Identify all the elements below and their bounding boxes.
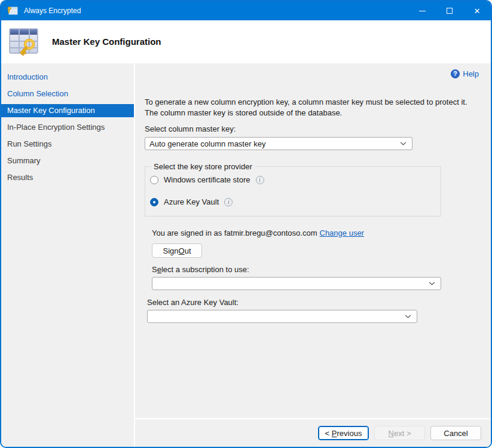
table-key-icon <box>7 25 39 57</box>
window-title: Always Encrypted <box>24 7 408 15</box>
sidebar-item-master-key-configuration[interactable]: Master Key Configuration <box>1 104 134 117</box>
master-key-label: Select column master key: <box>145 124 479 133</box>
windows-certificate-store-option[interactable]: Windows certificate store i <box>150 175 433 184</box>
sidebar-item-in-place-encryption-settings[interactable]: In-Place Encryption Settings <box>1 121 134 134</box>
key-store-provider-legend: Select the key store provider <box>151 162 255 171</box>
help-label: Help <box>463 69 479 78</box>
azure-key-vault-combobox[interactable] <box>147 310 417 323</box>
key-store-provider-group: Select the key store provider Windows ce… <box>145 162 441 217</box>
azure-key-vault-option[interactable]: Azure Key Vault i <box>150 197 433 206</box>
sign-out-label-mnemonic: O <box>179 246 185 255</box>
cancel-button[interactable]: Cancel <box>430 426 481 440</box>
wizard-steps-sidebar: Introduction Column Selection Master Key… <box>1 63 135 447</box>
main-panel: ? Help To generate a new column encrypti… <box>135 63 491 447</box>
sign-out-button[interactable]: Sign Out <box>152 243 202 258</box>
azure-signin-section: You are signed in as fatmir.bregu@contos… <box>152 228 479 290</box>
chevron-down-icon <box>400 142 407 145</box>
sign-out-label-post: ut <box>185 246 191 255</box>
help-link[interactable]: ? Help <box>451 69 479 78</box>
dialog-body: Introduction Column Selection Master Key… <box>1 62 491 447</box>
windows-certificate-store-radio[interactable] <box>150 176 158 184</box>
signed-in-text: You are signed in as fatmir.bregu@contos… <box>152 228 479 237</box>
info-icon[interactable]: i <box>256 176 264 184</box>
close-button[interactable]: ✕ <box>463 1 491 20</box>
minimize-icon <box>419 11 426 11</box>
previous-button[interactable]: < Previous <box>318 426 369 440</box>
azure-key-vault-radio[interactable] <box>150 198 158 206</box>
minimize-button[interactable] <box>408 1 436 20</box>
maximize-button[interactable] <box>436 1 463 20</box>
azure-key-vault-label: Azure Key Vault <box>164 197 219 206</box>
main-content: ? Help To generate a new column encrypti… <box>135 63 491 418</box>
sidebar-item-run-settings[interactable]: Run Settings <box>1 138 134 151</box>
sidebar-item-column-selection[interactable]: Column Selection <box>1 87 134 100</box>
wizard-header: Master Key Configuration <box>1 20 491 62</box>
info-icon[interactable]: i <box>224 198 233 206</box>
subscription-label: Select a subscription to use: <box>152 265 479 274</box>
always-encrypted-dialog: Always Encrypted ✕ <box>0 0 492 448</box>
page-title: Master Key Configuration <box>52 36 161 47</box>
sidebar-item-summary[interactable]: Summary <box>1 154 134 167</box>
page-description: To generate a new column encryption key,… <box>145 97 479 118</box>
title-bar[interactable]: Always Encrypted ✕ <box>1 1 491 20</box>
change-user-link[interactable]: Change user <box>320 228 364 237</box>
sidebar-item-results[interactable]: Results <box>1 171 134 184</box>
column-master-key-value: Auto generate column master key <box>149 139 265 148</box>
subscription-combobox[interactable] <box>152 277 441 290</box>
window-controls: ✕ <box>408 1 491 20</box>
always-encrypted-icon <box>7 6 18 16</box>
vault-label: Select an Azure Key Vault: <box>147 298 479 307</box>
help-icon: ? <box>451 69 460 78</box>
svg-text:?: ? <box>454 71 457 77</box>
signed-in-message: You are signed in as fatmir.bregu@contos… <box>152 228 317 237</box>
next-button[interactable]: Next > <box>374 426 425 440</box>
maximize-icon <box>447 8 453 14</box>
vault-section: Select an Azure Key Vault: <box>147 298 479 323</box>
wizard-footer: < Previous Next > Cancel <box>135 418 491 447</box>
help-row: ? Help <box>145 68 479 79</box>
chevron-down-icon <box>429 282 435 285</box>
sign-out-label-pre: Sign <box>163 246 179 255</box>
sidebar-item-introduction[interactable]: Introduction <box>1 71 134 84</box>
column-master-key-combobox[interactable]: Auto generate column master key <box>145 137 412 150</box>
windows-certificate-store-label: Windows certificate store <box>164 175 250 184</box>
close-icon: ✕ <box>474 7 481 15</box>
chevron-down-icon <box>405 315 411 318</box>
